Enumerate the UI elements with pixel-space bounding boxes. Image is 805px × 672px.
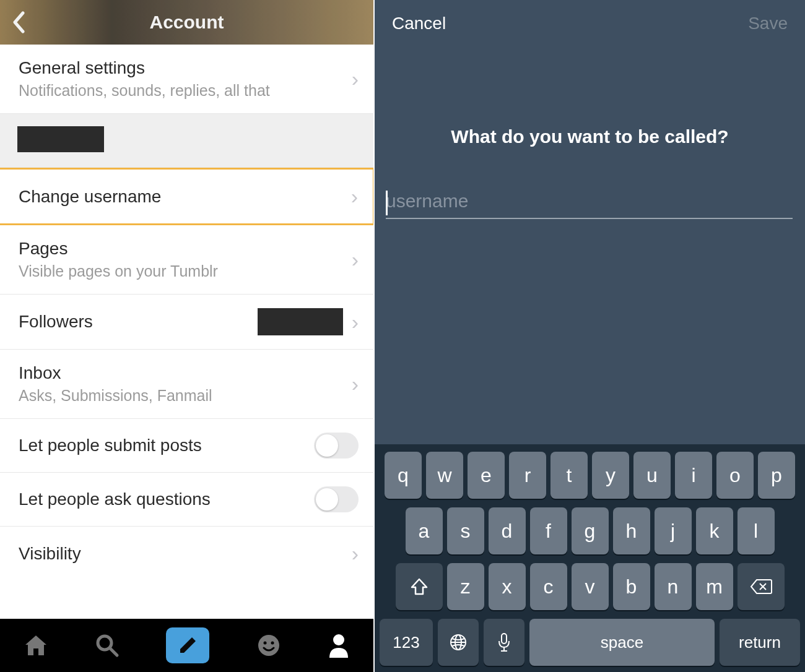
key-w[interactable]: w: [426, 452, 463, 499]
row-followers[interactable]: Followers ›: [0, 295, 373, 350]
tab-bar: [0, 619, 373, 672]
key-x[interactable]: x: [489, 563, 526, 610]
keyboard: q w e r t y u i o p a s d f g h j k l: [375, 444, 805, 672]
svg-point-4: [271, 642, 274, 645]
row-visibility[interactable]: Visibility ›: [0, 527, 373, 580]
row-title: Let people ask questions: [19, 489, 211, 509]
key-s[interactable]: s: [447, 507, 484, 554]
key-return[interactable]: return: [720, 619, 800, 666]
key-numbers[interactable]: 123: [380, 619, 433, 666]
key-a[interactable]: a: [406, 507, 443, 554]
tab-home[interactable]: [24, 634, 48, 657]
key-o[interactable]: o: [716, 452, 754, 499]
key-l[interactable]: l: [738, 507, 775, 554]
svg-rect-11: [502, 634, 507, 644]
chevron-right-icon: ›: [352, 372, 359, 396]
key-r[interactable]: r: [509, 452, 546, 499]
section-header-username: [0, 114, 373, 168]
key-u[interactable]: u: [633, 452, 671, 499]
row-inbox[interactable]: Inbox Asks, Submissions, Fanmail ›: [0, 350, 373, 419]
key-backspace[interactable]: [738, 563, 785, 610]
chevron-right-icon: ›: [352, 541, 359, 566]
tab-search[interactable]: [95, 633, 120, 658]
username-input[interactable]: [386, 191, 793, 212]
page-title: Account: [150, 12, 224, 33]
row-title: General settings: [19, 58, 270, 78]
chevron-right-icon: ›: [352, 310, 359, 334]
key-i[interactable]: i: [675, 452, 712, 499]
svg-point-5: [333, 634, 344, 645]
key-h[interactable]: h: [613, 507, 650, 554]
cancel-button[interactable]: Cancel: [392, 14, 446, 33]
svg-point-2: [258, 635, 279, 656]
key-space[interactable]: space: [529, 619, 715, 666]
key-q[interactable]: q: [385, 452, 422, 499]
change-username-screen: Cancel Save What do you want to be calle…: [375, 0, 805, 672]
key-k[interactable]: k: [696, 507, 733, 554]
keyboard-row-4: 123 space return: [378, 619, 801, 666]
person-icon: [328, 633, 350, 658]
row-subtitle: Notifications, sounds, replies, all that: [19, 82, 270, 100]
key-globe[interactable]: [438, 619, 479, 666]
key-z[interactable]: z: [447, 563, 484, 610]
key-g[interactable]: g: [572, 507, 609, 554]
toggle-submit-posts[interactable]: [314, 433, 359, 459]
row-pages[interactable]: Pages Visible pages on your Tumblr ›: [0, 225, 373, 295]
row-title: Followers: [19, 312, 93, 332]
row-submit-posts: Let people submit posts: [0, 419, 373, 473]
text-cursor: [386, 191, 388, 215]
tab-activity[interactable]: [256, 633, 281, 658]
row-ask-questions: Let people ask questions: [0, 473, 373, 527]
chevron-right-icon: ›: [352, 248, 359, 272]
globe-icon: [449, 633, 468, 652]
chevron-right-icon: ›: [352, 67, 359, 91]
key-m[interactable]: m: [696, 563, 733, 610]
prompt-heading: What do you want to be called?: [375, 126, 805, 147]
key-n[interactable]: n: [655, 563, 692, 610]
svg-point-3: [263, 642, 266, 645]
toggle-ask-questions[interactable]: [314, 486, 359, 512]
row-title: Pages: [19, 239, 218, 259]
modal-header: Cancel Save: [375, 0, 805, 33]
chevron-left-icon: [12, 11, 25, 33]
key-c[interactable]: c: [530, 563, 567, 610]
username-field-wrap: [386, 191, 793, 219]
row-title: Change username: [19, 187, 161, 207]
key-t[interactable]: t: [550, 452, 588, 499]
row-change-username[interactable]: Change username ›: [0, 168, 373, 225]
chevron-right-icon: ›: [351, 184, 358, 209]
key-b[interactable]: b: [613, 563, 650, 610]
redacted-username: [17, 126, 104, 152]
tab-profile[interactable]: [328, 633, 350, 658]
home-icon: [24, 634, 48, 657]
search-icon: [95, 633, 120, 658]
key-e[interactable]: e: [468, 452, 505, 499]
redacted-follower-count: [258, 308, 343, 335]
key-y[interactable]: y: [592, 452, 629, 499]
account-header: Account: [0, 0, 373, 45]
key-dictation[interactable]: [484, 619, 524, 666]
row-subtitle: Asks, Submissions, Fanmail: [19, 387, 212, 405]
key-f[interactable]: f: [530, 507, 567, 554]
row-title: Inbox: [19, 363, 212, 383]
save-button[interactable]: Save: [748, 14, 788, 33]
backspace-icon: [750, 579, 772, 595]
back-button[interactable]: [6, 10, 31, 35]
key-d[interactable]: d: [489, 507, 526, 554]
row-title: Visibility: [19, 544, 81, 564]
key-v[interactable]: v: [572, 563, 609, 610]
keyboard-row-1: q w e r t y u i o p: [378, 452, 801, 499]
tab-compose[interactable]: [166, 627, 209, 663]
keyboard-row-3: z x c v b n m: [378, 563, 801, 610]
settings-list: General settings Notifications, sounds, …: [0, 45, 373, 619]
svg-line-1: [110, 648, 117, 655]
key-p[interactable]: p: [758, 452, 795, 499]
microphone-icon: [497, 632, 511, 652]
row-general-settings[interactable]: General settings Notifications, sounds, …: [0, 45, 373, 114]
row-subtitle: Visible pages on your Tumblr: [19, 262, 218, 280]
key-shift[interactable]: [396, 563, 443, 610]
shift-icon: [410, 577, 429, 596]
key-j[interactable]: j: [655, 507, 692, 554]
pencil-icon: [177, 635, 198, 656]
keyboard-row-2: a s d f g h j k l: [378, 507, 801, 554]
